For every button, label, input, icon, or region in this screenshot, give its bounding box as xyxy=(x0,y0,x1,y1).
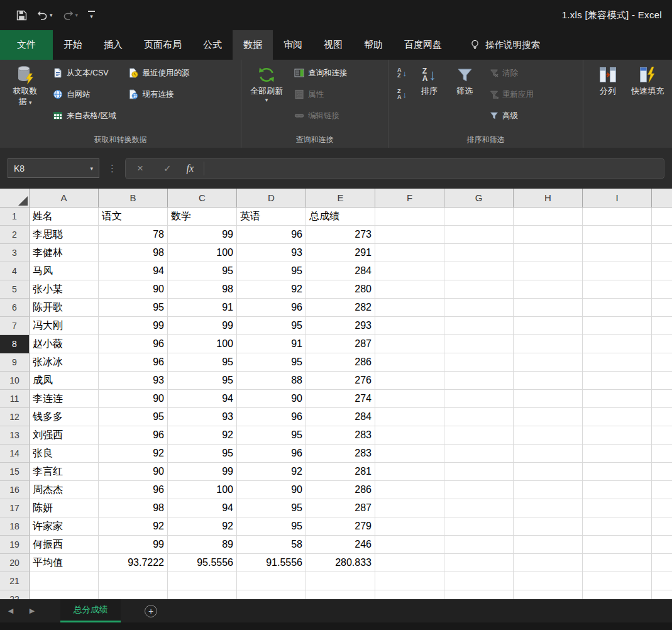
cell[interactable] xyxy=(514,481,583,499)
cell[interactable] xyxy=(652,536,672,554)
tab-page-layout[interactable]: 页面布局 xyxy=(133,30,192,60)
cell[interactable]: 93 xyxy=(168,408,237,426)
cell[interactable] xyxy=(652,280,672,299)
cell[interactable] xyxy=(168,572,237,590)
cell[interactable] xyxy=(652,554,672,572)
cell[interactable] xyxy=(514,499,583,517)
cell[interactable]: 96 xyxy=(237,408,306,426)
cell[interactable]: 陈开歌 xyxy=(30,299,99,317)
cell[interactable]: 284 xyxy=(306,408,375,426)
cell[interactable] xyxy=(652,244,672,262)
cell[interactable] xyxy=(652,372,672,390)
cell[interactable]: 95 xyxy=(99,408,168,426)
column-header-d[interactable]: D xyxy=(237,189,306,207)
cell[interactable]: 78 xyxy=(99,226,168,244)
cell[interactable] xyxy=(444,372,514,390)
row-header-19[interactable]: 19 xyxy=(0,536,30,554)
row-header-12[interactable]: 12 xyxy=(0,408,30,426)
cell[interactable] xyxy=(583,481,652,499)
cell[interactable]: 93 xyxy=(237,244,306,262)
cell[interactable]: 成凤 xyxy=(30,372,99,390)
cell[interactable] xyxy=(583,590,652,599)
cell[interactable] xyxy=(514,590,583,599)
name-box[interactable]: K8 ▾ xyxy=(8,158,99,178)
cell[interactable]: 286 xyxy=(306,353,375,372)
row-header-9[interactable]: 9 xyxy=(0,353,30,372)
cell[interactable] xyxy=(652,317,672,335)
cell[interactable] xyxy=(444,426,514,445)
cell[interactable] xyxy=(375,426,444,445)
filter-button[interactable]: 筛选 xyxy=(447,62,482,97)
row-header-7[interactable]: 7 xyxy=(0,317,30,335)
cell[interactable] xyxy=(514,317,583,335)
cell[interactable]: 96 xyxy=(237,445,306,463)
cell[interactable]: 冯大刚 xyxy=(30,317,99,335)
cell[interactable] xyxy=(237,572,306,590)
cell[interactable]: 274 xyxy=(306,390,375,408)
cell[interactable]: 95 xyxy=(237,262,306,280)
cell[interactable]: 张良 xyxy=(30,445,99,463)
undo-dropdown-caret[interactable]: ▾ xyxy=(50,12,53,18)
cell[interactable]: 95 xyxy=(168,372,237,390)
cell[interactable] xyxy=(375,299,444,317)
tab-baidu-netdisk[interactable]: 百度网盘 xyxy=(394,30,453,60)
cell[interactable]: 280 xyxy=(306,280,375,299)
cell[interactable] xyxy=(514,445,583,463)
cell[interactable] xyxy=(583,499,652,517)
cell[interactable]: 周杰杰 xyxy=(30,481,99,499)
cell[interactable]: 283 xyxy=(306,426,375,445)
cell[interactable]: 93 xyxy=(99,372,168,390)
cell[interactable] xyxy=(444,390,514,408)
cell[interactable] xyxy=(652,226,672,244)
cell[interactable]: 总成绩 xyxy=(306,207,375,226)
cell[interactable] xyxy=(583,280,652,299)
cell[interactable] xyxy=(652,463,672,481)
cell[interactable] xyxy=(514,463,583,481)
cell[interactable]: 95 xyxy=(237,499,306,517)
from-text-csv-button[interactable]: 从文本/CSV xyxy=(50,64,118,82)
cell[interactable]: 95 xyxy=(168,445,237,463)
get-data-button[interactable]: 获取数据 ▾ xyxy=(5,62,45,108)
cell[interactable]: 92 xyxy=(168,517,237,536)
cell[interactable]: 283 xyxy=(306,445,375,463)
cell[interactable]: 平均值 xyxy=(30,554,99,572)
cell[interactable] xyxy=(583,463,652,481)
cell[interactable] xyxy=(652,572,672,590)
sort-button[interactable]: ZA ↓ 排序 xyxy=(412,62,447,97)
cell[interactable]: 58 xyxy=(237,536,306,554)
cell[interactable] xyxy=(375,244,444,262)
cell[interactable] xyxy=(652,299,672,317)
row-header-3[interactable]: 3 xyxy=(0,244,30,262)
cell[interactable] xyxy=(583,536,652,554)
cell[interactable] xyxy=(514,554,583,572)
cell[interactable] xyxy=(375,207,444,226)
cell[interactable] xyxy=(444,554,514,572)
cell[interactable] xyxy=(444,207,514,226)
cell[interactable] xyxy=(375,572,444,590)
cell[interactable]: 91.5556 xyxy=(237,554,306,572)
cell[interactable] xyxy=(375,353,444,372)
cell[interactable]: 280.833 xyxy=(306,554,375,572)
tab-data[interactable]: 数据 xyxy=(233,30,273,60)
cell[interactable]: 数学 xyxy=(168,207,237,226)
column-header-i[interactable]: I xyxy=(583,189,652,207)
row-header-14[interactable]: 14 xyxy=(0,445,30,463)
cell[interactable] xyxy=(444,463,514,481)
cell[interactable] xyxy=(652,262,672,280)
cell[interactable]: 李思聪 xyxy=(30,226,99,244)
cell[interactable]: 95 xyxy=(168,353,237,372)
cell[interactable]: 100 xyxy=(168,335,237,353)
column-header-b[interactable]: B xyxy=(99,189,168,207)
cell[interactable]: 276 xyxy=(306,372,375,390)
cell[interactable] xyxy=(444,445,514,463)
cell[interactable]: 89 xyxy=(168,536,237,554)
cell[interactable] xyxy=(583,372,652,390)
cell[interactable] xyxy=(30,572,99,590)
cell[interactable]: 96 xyxy=(237,299,306,317)
cell[interactable] xyxy=(168,590,237,599)
cell[interactable] xyxy=(583,226,652,244)
queries-connections-button[interactable]: 查询和连接 xyxy=(292,64,350,82)
cell[interactable] xyxy=(514,372,583,390)
cell[interactable]: 287 xyxy=(306,499,375,517)
refresh-all-button[interactable]: 全部刷新 ▾ xyxy=(246,62,287,104)
